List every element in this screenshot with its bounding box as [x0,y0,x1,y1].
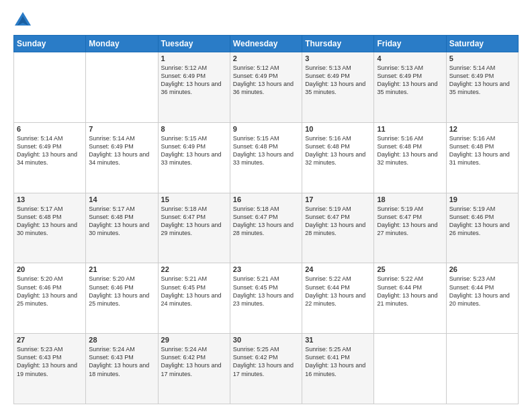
calendar-cell: 6Sunrise: 5:14 AM Sunset: 6:49 PM Daylig… [14,122,86,193]
day-number: 23 [233,265,299,273]
calendar-cell: 18Sunrise: 5:19 AM Sunset: 6:47 PM Dayli… [374,193,446,263]
calendar-cell: 30Sunrise: 5:25 AM Sunset: 6:42 PM Dayli… [230,334,302,404]
day-number: 29 [161,336,227,344]
day-of-week-header: Wednesday [230,36,302,52]
day-number: 7 [89,125,154,133]
day-number: 15 [161,195,227,203]
day-of-week-header: Thursday [302,36,374,52]
calendar-body: 1Sunrise: 5:12 AM Sunset: 6:49 PM Daylig… [14,52,519,404]
day-info: Sunrise: 5:13 AM Sunset: 6:49 PM Dayligh… [305,64,371,97]
logo-area [13,11,35,30]
day-info: Sunrise: 5:16 AM Sunset: 6:48 PM Dayligh… [305,134,371,167]
day-number: 28 [89,336,154,344]
day-of-week-header: Tuesday [158,36,230,52]
day-of-week-header: Sunday [14,36,86,52]
day-info: Sunrise: 5:14 AM Sunset: 6:49 PM Dayligh… [449,64,515,97]
calendar-cell: 1Sunrise: 5:12 AM Sunset: 6:49 PM Daylig… [158,52,230,123]
day-info: Sunrise: 5:16 AM Sunset: 6:48 PM Dayligh… [449,134,515,167]
calendar-cell: 4Sunrise: 5:13 AM Sunset: 6:49 PM Daylig… [374,52,446,123]
calendar-cell: 5Sunrise: 5:14 AM Sunset: 6:49 PM Daylig… [446,52,518,123]
day-number: 16 [233,195,299,203]
calendar-cell: 13Sunrise: 5:17 AM Sunset: 6:48 PM Dayli… [14,193,86,263]
calendar-cell [446,334,518,404]
calendar-cell: 23Sunrise: 5:21 AM Sunset: 6:45 PM Dayli… [230,263,302,334]
calendar-week-row: 6Sunrise: 5:14 AM Sunset: 6:49 PM Daylig… [14,122,519,193]
day-info: Sunrise: 5:25 AM Sunset: 6:41 PM Dayligh… [305,345,371,378]
day-number: 26 [449,265,515,273]
day-number: 3 [305,54,371,62]
day-info: Sunrise: 5:23 AM Sunset: 6:43 PM Dayligh… [17,345,83,378]
day-info: Sunrise: 5:18 AM Sunset: 6:47 PM Dayligh… [161,205,227,238]
day-info: Sunrise: 5:19 AM Sunset: 6:46 PM Dayligh… [449,205,515,238]
calendar-cell: 21Sunrise: 5:20 AM Sunset: 6:46 PM Dayli… [86,263,158,334]
calendar-cell: 25Sunrise: 5:22 AM Sunset: 6:44 PM Dayli… [374,263,446,334]
calendar-week-row: 27Sunrise: 5:23 AM Sunset: 6:43 PM Dayli… [14,334,519,404]
day-info: Sunrise: 5:24 AM Sunset: 6:43 PM Dayligh… [89,345,154,378]
day-number: 2 [233,54,299,62]
day-of-week-header: Saturday [446,36,518,52]
day-info: Sunrise: 5:25 AM Sunset: 6:42 PM Dayligh… [233,345,299,378]
day-number: 5 [449,54,515,62]
day-info: Sunrise: 5:23 AM Sunset: 6:44 PM Dayligh… [449,275,515,308]
day-info: Sunrise: 5:17 AM Sunset: 6:48 PM Dayligh… [17,205,83,238]
day-number: 12 [449,125,515,133]
day-number: 18 [377,195,443,203]
day-number: 13 [17,195,83,203]
day-number: 11 [377,125,443,133]
day-number: 22 [161,265,227,273]
day-number: 27 [17,336,83,344]
day-info: Sunrise: 5:20 AM Sunset: 6:46 PM Dayligh… [89,275,154,308]
day-info: Sunrise: 5:15 AM Sunset: 6:49 PM Dayligh… [161,134,227,167]
calendar-cell: 26Sunrise: 5:23 AM Sunset: 6:44 PM Dayli… [446,263,518,334]
calendar-cell: 20Sunrise: 5:20 AM Sunset: 6:46 PM Dayli… [14,263,86,334]
calendar-cell: 24Sunrise: 5:22 AM Sunset: 6:44 PM Dayli… [302,263,374,334]
day-number: 1 [161,54,227,62]
day-number: 8 [161,125,227,133]
calendar-cell: 29Sunrise: 5:24 AM Sunset: 6:42 PM Dayli… [158,334,230,404]
day-info: Sunrise: 5:19 AM Sunset: 6:47 PM Dayligh… [377,205,443,238]
calendar-cell [86,52,158,123]
header-row: SundayMondayTuesdayWednesdayThursdayFrid… [14,36,519,52]
calendar-cell: 15Sunrise: 5:18 AM Sunset: 6:47 PM Dayli… [158,193,230,263]
calendar-header: SundayMondayTuesdayWednesdayThursdayFrid… [14,36,519,52]
header [13,11,519,30]
calendar-table: SundayMondayTuesdayWednesdayThursdayFrid… [13,35,519,404]
day-number: 20 [17,265,83,273]
calendar-week-row: 1Sunrise: 5:12 AM Sunset: 6:49 PM Daylig… [14,52,519,123]
calendar-cell: 12Sunrise: 5:16 AM Sunset: 6:48 PM Dayli… [446,122,518,193]
calendar-cell: 8Sunrise: 5:15 AM Sunset: 6:49 PM Daylig… [158,122,230,193]
calendar-cell [14,52,86,123]
calendar-cell: 3Sunrise: 5:13 AM Sunset: 6:49 PM Daylig… [302,52,374,123]
calendar-cell: 14Sunrise: 5:17 AM Sunset: 6:48 PM Dayli… [86,193,158,263]
day-info: Sunrise: 5:14 AM Sunset: 6:49 PM Dayligh… [17,134,83,167]
page: SundayMondayTuesdayWednesdayThursdayFrid… [0,0,532,411]
calendar-cell: 10Sunrise: 5:16 AM Sunset: 6:48 PM Dayli… [302,122,374,193]
day-info: Sunrise: 5:18 AM Sunset: 6:47 PM Dayligh… [233,205,299,238]
day-of-week-header: Friday [374,36,446,52]
calendar-cell: 17Sunrise: 5:19 AM Sunset: 6:47 PM Dayli… [302,193,374,263]
day-info: Sunrise: 5:16 AM Sunset: 6:48 PM Dayligh… [377,134,443,167]
day-number: 24 [305,265,371,273]
day-number: 4 [377,54,443,62]
day-number: 31 [305,336,371,344]
day-number: 14 [89,195,154,203]
day-number: 25 [377,265,443,273]
day-number: 30 [233,336,299,344]
calendar-cell: 9Sunrise: 5:15 AM Sunset: 6:48 PM Daylig… [230,122,302,193]
calendar-cell: 22Sunrise: 5:21 AM Sunset: 6:45 PM Dayli… [158,263,230,334]
calendar-cell: 27Sunrise: 5:23 AM Sunset: 6:43 PM Dayli… [14,334,86,404]
day-info: Sunrise: 5:19 AM Sunset: 6:47 PM Dayligh… [305,205,371,238]
day-of-week-header: Monday [86,36,158,52]
day-info: Sunrise: 5:22 AM Sunset: 6:44 PM Dayligh… [377,275,443,308]
day-info: Sunrise: 5:22 AM Sunset: 6:44 PM Dayligh… [305,275,371,308]
day-info: Sunrise: 5:13 AM Sunset: 6:49 PM Dayligh… [377,64,443,97]
day-info: Sunrise: 5:17 AM Sunset: 6:48 PM Dayligh… [89,205,154,238]
day-info: Sunrise: 5:20 AM Sunset: 6:46 PM Dayligh… [17,275,83,308]
day-info: Sunrise: 5:12 AM Sunset: 6:49 PM Dayligh… [161,64,227,97]
day-number: 19 [449,195,515,203]
day-info: Sunrise: 5:21 AM Sunset: 6:45 PM Dayligh… [161,275,227,308]
day-info: Sunrise: 5:14 AM Sunset: 6:49 PM Dayligh… [89,134,154,167]
calendar-cell: 7Sunrise: 5:14 AM Sunset: 6:49 PM Daylig… [86,122,158,193]
day-info: Sunrise: 5:15 AM Sunset: 6:48 PM Dayligh… [233,134,299,167]
day-number: 21 [89,265,154,273]
